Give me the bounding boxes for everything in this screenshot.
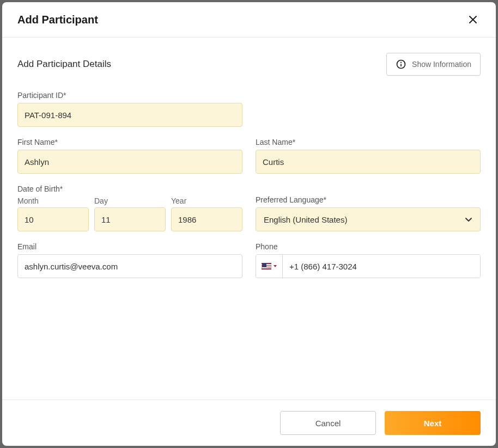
preferred-language-label: Preferred Language*: [256, 195, 481, 204]
cancel-button[interactable]: Cancel: [280, 411, 376, 435]
dob-year-col: Year: [171, 197, 242, 231]
phone-field: Phone: [256, 242, 481, 278]
participant-id-input[interactable]: [17, 103, 242, 127]
close-button[interactable]: [465, 12, 481, 27]
section-header: Add Participant Details Show Information: [17, 53, 481, 76]
dob-month-col: Month: [17, 197, 89, 231]
last-name-input[interactable]: [256, 150, 481, 174]
last-name-label: Last Name*: [256, 138, 481, 146]
phone-label: Phone: [256, 242, 481, 251]
dob-day-label: Day: [94, 197, 166, 205]
email-label: Email: [17, 242, 242, 251]
dob-label: Date of Birth*: [17, 185, 242, 193]
first-name-label: First Name*: [17, 138, 242, 146]
last-name-field: Last Name*: [256, 138, 481, 174]
dob-day-col: Day: [94, 197, 166, 231]
modal-header: Add Participant: [2, 2, 496, 38]
dob-day-input[interactable]: [94, 207, 166, 231]
modal-footer: Cancel Next: [2, 400, 496, 446]
info-icon: [396, 59, 406, 70]
participant-id-field: Participant ID*: [17, 91, 481, 127]
phone-country-selector[interactable]: [256, 255, 283, 278]
email-input[interactable]: [17, 254, 242, 278]
show-information-button[interactable]: Show Information: [386, 53, 481, 76]
us-flag-icon: [262, 263, 271, 269]
phone-input[interactable]: [283, 255, 480, 278]
svg-rect-2: [400, 64, 402, 66]
close-icon: [469, 15, 477, 24]
dob-field: Date of Birth* Month Day Year: [17, 185, 242, 231]
section-title: Add Participant Details: [17, 59, 111, 70]
preferred-language-select[interactable]: English (United States): [256, 207, 481, 231]
participant-id-label: Participant ID*: [17, 91, 481, 100]
dob-month-label: Month: [17, 197, 89, 205]
svg-point-1: [400, 62, 402, 63]
add-participant-modal: Add Participant Add Participant Details …: [2, 2, 496, 446]
dob-year-input[interactable]: [171, 207, 242, 231]
dob-year-label: Year: [171, 197, 242, 205]
email-field: Email: [17, 242, 242, 278]
next-button[interactable]: Next: [385, 411, 481, 435]
first-name-input[interactable]: [17, 150, 242, 174]
modal-body: Add Participant Details Show Information…: [2, 38, 496, 400]
dob-month-input[interactable]: [17, 207, 89, 231]
caret-down-icon: [274, 265, 277, 267]
show-information-label: Show Information: [412, 60, 471, 69]
form-grid: Participant ID* First Name* Last Name* D…: [17, 91, 481, 278]
first-name-field: First Name*: [17, 138, 242, 174]
modal-title: Add Participant: [17, 14, 98, 26]
preferred-language-field: Preferred Language* English (United Stat…: [256, 185, 481, 231]
